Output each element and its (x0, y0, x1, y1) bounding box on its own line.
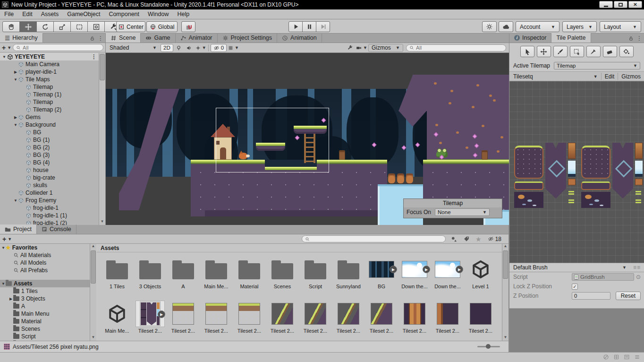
menu-icon[interactable] (634, 354, 640, 360)
chevron-down-icon[interactable]: ▼ (7, 45, 11, 50)
chevron-down-icon[interactable]: ▼ (8, 237, 12, 241)
shading-mode-dropdown[interactable]: Shaded▼ (107, 43, 160, 52)
foldout-arrow[interactable]: ▶ (8, 297, 13, 301)
asset-item[interactable]: Tileset 2... (200, 301, 233, 334)
project-tree-item[interactable]: All Materials (0, 251, 96, 259)
menu-edit[interactable]: Edit (18, 9, 37, 19)
favorites-star-icon[interactable]: ★ (475, 235, 482, 243)
project-search[interactable] (302, 235, 446, 242)
brush-dropdown[interactable]: Default Brush (513, 264, 548, 271)
project-tree-item[interactable]: Script (0, 333, 96, 340)
project-tree-item[interactable]: All Prefabs (0, 267, 96, 274)
foldout-arrow[interactable]: ▼ (13, 123, 18, 127)
lock-icon[interactable] (90, 36, 95, 41)
hierarchy-search[interactable] (13, 44, 103, 51)
palette-tiles-cluster[interactable] (514, 142, 576, 208)
tab-animator[interactable]: Animator (176, 33, 218, 43)
menu-window[interactable]: Window (144, 9, 173, 19)
tab-project-settings[interactable]: Project Settings (218, 33, 278, 43)
gizmos-dropdown[interactable]: Gizmos▼ (368, 44, 403, 52)
lock-z-checkbox[interactable]: ✓ (572, 284, 578, 290)
expand-badge-icon[interactable]: ▶ (423, 266, 430, 273)
hierarchy-item[interactable]: BG (3) (0, 151, 99, 159)
scene-tools-button[interactable] (345, 43, 355, 52)
search-by-type-icon[interactable] (450, 236, 458, 242)
foldout-arrow[interactable]: ▼ (1, 282, 6, 286)
project-tree-item[interactable]: ▶3 Objects (0, 295, 96, 302)
hierarchy-item[interactable]: BG (0, 129, 99, 136)
menu-file[interactable]: File (0, 9, 18, 19)
focus-on-dropdown[interactable]: None▼ (435, 208, 490, 216)
asset-item[interactable]: Tileset 2... (266, 301, 299, 334)
asset-item[interactable]: Tileset 2... (332, 301, 365, 334)
scene-lighting-button[interactable] (174, 43, 184, 52)
hierarchy-item[interactable]: frog-idle-1 (1) (0, 212, 99, 219)
hierarchy-item[interactable]: ▶player-idle-1 (0, 68, 99, 76)
rotate-tool-button[interactable] (36, 21, 54, 32)
hierarchy-item[interactable]: frog-idle-1 (0, 204, 99, 212)
brush-tool-button[interactable] (553, 46, 568, 57)
hierarchy-item[interactable]: Collieder 1 (0, 189, 99, 197)
search-by-label-icon[interactable] (463, 236, 470, 242)
create-button[interactable]: + (2, 44, 6, 52)
hierarchy-item[interactable]: ▼Background (0, 121, 99, 129)
project-tree-scrollbar[interactable]: ▲ ▼ (90, 244, 96, 341)
scene-canvas[interactable]: Tilemap Focus On None▼ (106, 53, 509, 225)
scale-tool-button[interactable] (53, 21, 71, 32)
move-tool-button[interactable] (19, 21, 37, 32)
tab-game[interactable]: Game (141, 33, 175, 43)
tab-scene[interactable]: Scene (106, 33, 141, 43)
asset-item[interactable]: ▶Down the... (398, 256, 431, 289)
project-tree-item[interactable]: Scenes (0, 325, 96, 333)
hierarchy-search-input[interactable] (23, 45, 100, 51)
tab-inspector[interactable]: i Inspector (509, 33, 551, 43)
palette-gizmos-button[interactable]: Gizmos (621, 73, 641, 80)
project-tree-item[interactable]: Material (0, 318, 96, 325)
asset-item[interactable]: 1 Tiles (101, 256, 134, 289)
play-button[interactable] (288, 21, 303, 32)
asset-item[interactable]: ▶Down the... (431, 256, 464, 289)
hierarchy-item[interactable]: big-crate (0, 174, 99, 181)
hierarchy-item[interactable]: Tilemap (0, 83, 99, 91)
project-tree-item[interactable]: Main Menu (0, 310, 96, 318)
asset-item[interactable]: Scenes (266, 256, 299, 289)
asset-item[interactable]: Tileset 2... (431, 301, 464, 334)
project-tree-item[interactable]: A (0, 302, 96, 310)
scene-menu-icon[interactable]: ⋮ (91, 53, 97, 60)
asset-item[interactable]: Tileset 2... (299, 301, 332, 334)
color-mode-button[interactable] (482, 21, 497, 32)
hierarchy-item[interactable]: BG (4) (0, 159, 99, 166)
tile-palette-grid[interactable] (509, 81, 644, 263)
box-select-tool-button[interactable] (570, 46, 584, 57)
project-tree-item[interactable]: All Models (0, 259, 96, 267)
layout-dropdown[interactable]: Layout▼ (600, 21, 641, 32)
console-mini-icon[interactable] (624, 354, 630, 360)
cloud-button[interactable] (499, 21, 513, 32)
asset-item[interactable]: ▶Tileset 2... (134, 301, 167, 334)
tab-hierarchy[interactable]: ☰ Hierarchy (0, 33, 43, 43)
asset-item[interactable]: Main Me... (101, 301, 134, 334)
asset-item[interactable]: A (167, 256, 200, 289)
object-picker-icon[interactable]: ⊙ (636, 274, 641, 280)
tab-console[interactable]: Console (37, 224, 76, 234)
hierarchy-item[interactable]: ▼Tile Maps (0, 76, 99, 83)
asset-item[interactable]: Tileset 2... (167, 301, 200, 334)
palette-tiles-cluster[interactable] (581, 142, 643, 208)
menu-assets[interactable]: Assets (37, 9, 63, 19)
expand-badge-icon[interactable]: ▶ (158, 310, 165, 318)
asset-item[interactable]: Tileset 2... (365, 301, 398, 334)
grid-snap-button[interactable] (181, 21, 195, 32)
thumbnail-zoom-slider[interactable] (477, 346, 500, 347)
expand-badge-icon[interactable]: ▶ (390, 266, 397, 273)
scene-audio-button[interactable] (185, 43, 194, 52)
hierarchy-item[interactable]: skulls (0, 181, 99, 189)
move-tool-button[interactable] (537, 46, 551, 57)
hierarchy-scene-row[interactable]: ▼YEYEYEYE⋮ (0, 53, 99, 60)
orientation-button[interactable]: Global (146, 21, 178, 32)
project-tree-item[interactable]: ▼Assets (0, 280, 96, 287)
2d-toggle[interactable]: 2D (161, 44, 173, 52)
create-button[interactable]: + (2, 235, 6, 243)
scene-effects-dropdown[interactable]: ▼ (195, 43, 206, 52)
foldout-arrow[interactable]: ▼ (1, 246, 6, 250)
scene-search[interactable] (406, 44, 506, 52)
